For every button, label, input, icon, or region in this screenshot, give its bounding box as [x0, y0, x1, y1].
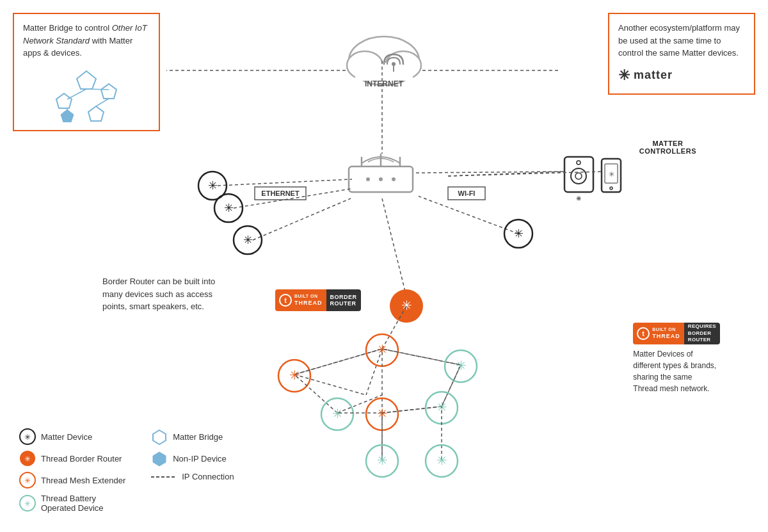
diagram-container: Matter Bridge to control Other IoT Netwo…	[0, 0, 768, 532]
ip-connection-icon	[151, 472, 177, 481]
internet-cloud: INTERNET	[347, 36, 421, 88]
non-ip-icon	[151, 450, 168, 467]
svg-text:✳: ✳	[576, 195, 581, 202]
legend-battery-device: ✳ Thread BatteryOperated Device	[19, 494, 125, 513]
legend-mesh-extender-label: Thread Mesh Extender	[41, 476, 125, 485]
legend: ✳ Matter Device ✳ Thread Border Router ✳	[19, 428, 234, 513]
svg-line-64	[294, 349, 382, 375]
matter-bridge-icon	[151, 428, 168, 445]
svg-text:✳: ✳	[289, 368, 300, 382]
svg-point-47	[577, 161, 580, 165]
svg-text:ETHERNET: ETHERNET	[261, 189, 300, 197]
legend-ip-connection: IP Connection	[151, 472, 234, 481]
svg-line-73	[294, 375, 337, 413]
legend-non-ip: Non-IP Device	[151, 450, 234, 467]
svg-line-41	[416, 195, 518, 234]
svg-line-84	[382, 407, 442, 413]
border-router-node: ✳	[390, 289, 423, 323]
svg-text:✳: ✳	[401, 298, 412, 312]
svg-text:✳: ✳	[24, 476, 31, 485]
battery-node-bottom-right: ✳	[426, 445, 458, 477]
svg-marker-106	[153, 452, 166, 466]
controller-speaker: ✳ ✳	[564, 157, 593, 202]
svg-marker-105	[153, 430, 166, 444]
mesh-extender-icon: ✳	[19, 472, 36, 488]
svg-line-55	[448, 172, 602, 176]
controller-phone: ✳	[602, 159, 621, 192]
battery-node-1: ✳	[445, 350, 477, 382]
svg-text:✳: ✳	[514, 227, 524, 240]
legend-matter-device: ✳ Matter Device	[19, 428, 125, 445]
svg-text:✳: ✳	[332, 407, 343, 421]
svg-text:✳: ✳	[24, 455, 31, 463]
battery-device-icon: ✳	[19, 495, 36, 512]
svg-text:✳: ✳	[436, 453, 447, 467]
legend-matter-label: Matter Device	[41, 432, 92, 442]
legend-non-ip-label: Non-IP Device	[173, 454, 227, 463]
mesh-node-1: ✳	[278, 360, 310, 392]
legend-row: ✳ Matter Device ✳ Thread Border Router ✳	[19, 428, 234, 513]
mesh-node-center-1: ✳	[366, 334, 398, 366]
svg-text:INTERNET: INTERNET	[365, 79, 404, 88]
battery-node-2: ✳	[321, 398, 353, 430]
legend-matter-bridge-label: Matter Bridge	[173, 432, 223, 442]
matter-device-icon: ✳	[19, 428, 36, 445]
svg-point-25	[379, 177, 383, 181]
svg-text:✳: ✳	[456, 359, 467, 373]
svg-text:✳: ✳	[24, 433, 31, 442]
svg-rect-44	[564, 157, 593, 192]
legend-battery-label: Thread BatteryOperated Device	[41, 494, 104, 513]
matter-node-3: ✳	[234, 226, 262, 254]
svg-point-46	[575, 173, 582, 179]
legend-mesh-extender: ✳ Thread Mesh Extender	[19, 472, 125, 488]
svg-text:✳: ✳	[609, 170, 614, 178]
svg-line-32	[218, 179, 352, 186]
matter-node-right: ✳	[504, 220, 532, 248]
svg-text:✳: ✳	[243, 234, 253, 246]
matter-node-2: ✳	[214, 194, 243, 222]
legend-ip-label: IP Connection	[182, 472, 234, 481]
central-router	[349, 154, 413, 192]
legend-thread-router-label: Thread Border Router	[41, 454, 122, 463]
svg-point-26	[392, 177, 396, 181]
legend-col-right: Matter Bridge Non-IP Device IP Connectio…	[151, 428, 234, 513]
svg-line-38	[253, 198, 351, 240]
svg-point-24	[366, 177, 370, 181]
svg-line-56	[382, 198, 406, 296]
legend-col-left: ✳ Matter Device ✳ Thread Border Router ✳	[19, 428, 125, 513]
svg-text:✳: ✳	[377, 453, 388, 467]
svg-text:✳: ✳	[224, 202, 234, 214]
svg-point-53	[610, 187, 612, 189]
svg-point-45	[571, 168, 586, 184]
svg-rect-16	[355, 63, 413, 81]
legend-matter-bridge: Matter Bridge	[151, 428, 234, 445]
svg-text:WI-FI: WI-FI	[458, 189, 476, 197]
thread-router-icon: ✳	[19, 450, 36, 467]
svg-text:✳: ✳	[208, 179, 218, 192]
svg-point-17	[392, 62, 396, 66]
legend-thread-router: ✳ Thread Border Router	[19, 450, 125, 467]
svg-line-74	[337, 395, 382, 413]
svg-text:✳: ✳	[24, 499, 31, 508]
